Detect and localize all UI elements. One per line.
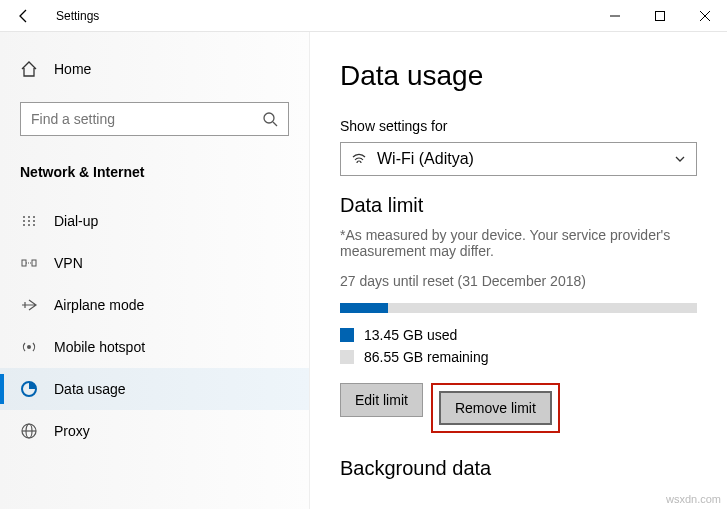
home-label: Home [54, 61, 91, 77]
sidebar-item-dialup[interactable]: Dial-up [0, 200, 309, 242]
search-icon [262, 111, 278, 127]
measurement-note: *As measured by your device. Your servic… [340, 227, 697, 259]
sidebar-item-label: Mobile hotspot [54, 339, 145, 355]
svg-point-13 [28, 224, 30, 226]
usage-progress-fill [340, 303, 388, 313]
sidebar: Home Network & Internet Dial-up VPN Ai [0, 32, 310, 509]
sidebar-item-proxy[interactable]: Proxy [0, 410, 309, 452]
sidebar-item-airplane[interactable]: Airplane mode [0, 284, 309, 326]
category-title: Network & Internet [0, 152, 309, 200]
adapter-dropdown[interactable]: Wi-Fi (Aditya) [340, 142, 697, 176]
legend-used: 13.45 GB used [340, 327, 697, 343]
chevron-down-icon [674, 153, 686, 165]
svg-point-10 [28, 216, 30, 218]
home-button[interactable]: Home [0, 52, 309, 86]
hotspot-icon [20, 338, 38, 356]
svg-point-14 [33, 224, 35, 226]
legend-remaining: 86.55 GB remaining [340, 349, 697, 365]
show-settings-label: Show settings for [340, 118, 697, 134]
svg-rect-15 [22, 260, 26, 266]
svg-rect-16 [32, 260, 36, 266]
limit-buttons: Edit limit Remove limit [340, 383, 697, 433]
usage-progress [340, 303, 697, 313]
back-button[interactable] [0, 0, 48, 32]
wifi-icon [351, 151, 367, 167]
svg-line-5 [273, 122, 277, 126]
reset-text: 27 days until reset (31 December 2018) [340, 273, 697, 289]
used-swatch [340, 328, 354, 342]
dialup-icon [20, 212, 38, 230]
sidebar-item-hotspot[interactable]: Mobile hotspot [0, 326, 309, 368]
sidebar-item-datausage[interactable]: Data usage [0, 368, 309, 410]
data-limit-heading: Data limit [340, 194, 697, 217]
minimize-button[interactable] [592, 0, 637, 32]
remove-limit-highlight: Remove limit [431, 383, 560, 433]
main: Home Network & Internet Dial-up VPN Ai [0, 32, 727, 509]
watermark: wsxdn.com [666, 493, 721, 505]
sidebar-item-vpn[interactable]: VPN [0, 242, 309, 284]
svg-rect-1 [655, 11, 664, 20]
sidebar-item-label: VPN [54, 255, 83, 271]
titlebar: Settings [0, 0, 727, 32]
svg-point-7 [28, 220, 30, 222]
vpn-icon [20, 254, 38, 272]
page-title: Data usage [340, 60, 697, 92]
proxy-icon [20, 422, 38, 440]
background-data-heading: Background data [340, 457, 697, 480]
remove-limit-button[interactable]: Remove limit [439, 391, 552, 425]
sidebar-item-label: Proxy [54, 423, 90, 439]
sidebar-item-label: Dial-up [54, 213, 98, 229]
svg-point-6 [23, 220, 25, 222]
svg-point-8 [33, 220, 35, 222]
adapter-name: Wi-Fi (Aditya) [377, 150, 474, 168]
airplane-icon [20, 296, 38, 314]
svg-point-12 [23, 224, 25, 226]
svg-point-18 [27, 345, 31, 349]
remaining-text: 86.55 GB remaining [364, 349, 489, 365]
datausage-icon [20, 380, 38, 398]
svg-point-4 [264, 113, 274, 123]
remaining-swatch [340, 350, 354, 364]
window-title: Settings [48, 9, 592, 23]
svg-point-9 [23, 216, 25, 218]
edit-limit-button[interactable]: Edit limit [340, 383, 423, 417]
content: Data usage Show settings for Wi-Fi (Adit… [310, 32, 727, 509]
window-controls [592, 0, 727, 32]
maximize-button[interactable] [637, 0, 682, 32]
sidebar-item-label: Airplane mode [54, 297, 144, 313]
svg-point-11 [33, 216, 35, 218]
used-text: 13.45 GB used [364, 327, 457, 343]
search-input[interactable] [31, 111, 262, 127]
sidebar-item-label: Data usage [54, 381, 126, 397]
home-icon [20, 60, 38, 78]
close-button[interactable] [682, 0, 727, 32]
search-box[interactable] [20, 102, 289, 136]
